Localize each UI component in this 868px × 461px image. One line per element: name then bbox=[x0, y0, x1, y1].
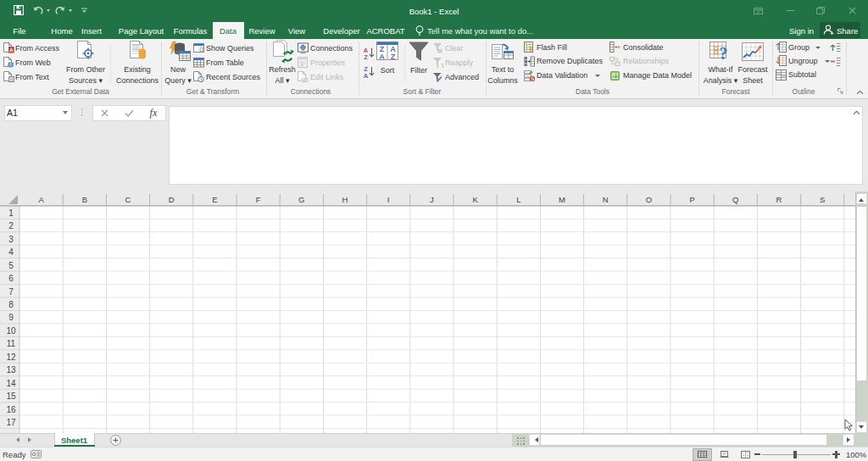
svg-text:Z: Z bbox=[364, 53, 368, 59]
svg-text:A: A bbox=[379, 53, 385, 61]
svg-text:A: A bbox=[364, 71, 369, 78]
svg-text:Z: Z bbox=[391, 53, 396, 61]
svg-text:?: ? bbox=[720, 44, 728, 63]
